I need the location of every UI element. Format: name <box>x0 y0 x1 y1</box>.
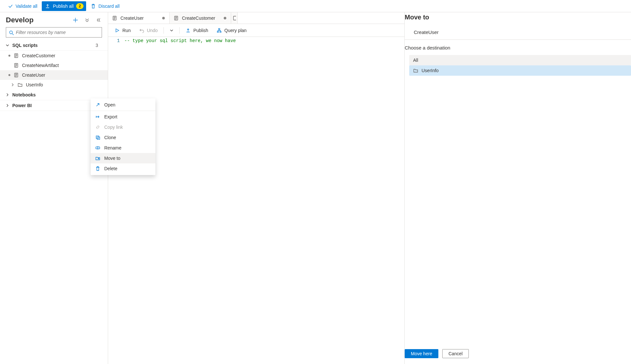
caret-right-icon <box>6 93 9 96</box>
double-chevron-down-icon <box>85 17 90 23</box>
unsaved-indicator-icon <box>224 17 226 19</box>
svg-rect-12 <box>220 31 221 32</box>
publish-button[interactable]: Publish <box>182 27 211 34</box>
collapse-pane-button[interactable] <box>94 16 102 24</box>
move-to-current-item: CreateUser <box>405 27 631 40</box>
run-label: Run <box>122 28 131 33</box>
filter-resources-input[interactable] <box>6 28 102 37</box>
publish-all-button[interactable]: Publish all 2 <box>42 1 86 11</box>
destination-all[interactable]: All <box>409 55 631 65</box>
discard-all-label: Discard all <box>98 4 119 9</box>
editor-pane: CreateUser CreateCustomer Run <box>108 12 404 364</box>
folder-icon <box>17 82 23 87</box>
tab-overflow[interactable] <box>231 12 238 24</box>
check-icon <box>8 4 13 9</box>
caret-right-icon <box>11 83 14 86</box>
add-resource-button[interactable] <box>71 16 80 25</box>
undo-dropdown[interactable] <box>166 27 177 34</box>
cancel-button[interactable]: Cancel <box>442 349 469 358</box>
tree-item-label: CreateCustomer <box>22 53 55 58</box>
toolbar-separator <box>163 27 164 34</box>
svg-rect-4 <box>96 136 99 138</box>
ctx-export[interactable]: Export <box>91 112 155 122</box>
move-to-title: Move to <box>405 12 631 27</box>
move-here-button[interactable]: Move here <box>405 349 438 358</box>
gutter: 1 <box>108 37 124 364</box>
unsaved-indicator-icon <box>162 17 165 19</box>
undo-label: Undo <box>147 28 158 33</box>
discard-all-button[interactable]: Discard all <box>87 1 123 11</box>
undo-button[interactable]: Undo <box>136 27 161 34</box>
tab-createuser[interactable]: CreateUser <box>108 12 170 24</box>
expand-all-button[interactable] <box>83 16 91 24</box>
publish-all-label: Publish all <box>53 4 73 9</box>
caret-right-icon <box>6 104 9 107</box>
tree-item-createcustomer[interactable]: CreateCustomer <box>0 51 108 61</box>
destination-list: All UserInfo <box>405 55 631 76</box>
undo-icon <box>139 28 144 33</box>
context-menu-separator <box>91 111 155 111</box>
rename-icon <box>95 145 100 150</box>
query-plan-button[interactable]: Query plan <box>213 27 250 34</box>
ctx-rename[interactable]: Rename <box>91 143 155 153</box>
open-icon <box>95 102 100 107</box>
ctx-clone[interactable]: Clone <box>91 132 155 143</box>
sql-script-icon <box>174 16 179 21</box>
choose-destination-label: Choose a destination <box>405 40 631 55</box>
ctx-copy-link-label: Copy link <box>104 125 123 130</box>
move-here-label: Move here <box>411 351 432 356</box>
unsaved-indicator-icon <box>8 55 10 57</box>
tree-item-createnewartifact[interactable]: CreateNewArtifact <box>0 61 108 70</box>
ctx-rename-label: Rename <box>104 145 121 150</box>
trash-icon <box>91 4 96 9</box>
tree-item-label: CreateNewArtifact <box>22 63 59 68</box>
plus-icon <box>72 17 79 23</box>
tree-item-label: CreateUser <box>22 72 45 78</box>
destination-all-label: All <box>413 58 418 63</box>
tab-label: CreateUser <box>120 16 144 21</box>
unsaved-indicator-icon <box>8 74 10 76</box>
tree-item-createuser[interactable]: CreateUser <box>0 70 108 80</box>
toolbar-separator <box>179 27 180 34</box>
tree-item-label: UserInfo <box>26 82 43 87</box>
svg-rect-9 <box>233 16 236 20</box>
tree-folder-userinfo[interactable]: UserInfo <box>0 80 108 90</box>
delete-icon <box>95 166 100 171</box>
publish-count-badge: 2 <box>76 3 84 9</box>
link-icon <box>95 125 100 130</box>
destination-userinfo-label: UserInfo <box>422 68 439 73</box>
svg-rect-5 <box>97 137 100 139</box>
tab-strip: CreateUser CreateCustomer <box>108 12 404 24</box>
tab-createcustomer[interactable]: CreateCustomer <box>170 12 231 24</box>
query-plan-label: Query plan <box>224 28 246 33</box>
sql-script-icon <box>14 72 19 78</box>
upload-icon <box>45 4 50 9</box>
ctx-open[interactable]: Open <box>91 100 155 110</box>
run-button[interactable]: Run <box>111 27 134 34</box>
command-bar: Validate all Publish all 2 Discard all <box>0 0 631 12</box>
search-input-container <box>6 27 102 38</box>
ctx-delete[interactable]: Delete <box>91 163 155 174</box>
upload-icon <box>186 28 191 33</box>
code-editor[interactable]: 1 -- type your sql script here, we now h… <box>108 37 404 364</box>
powerbi-label: Power BI <box>12 103 32 108</box>
ctx-move-to[interactable]: Move to <box>91 153 155 163</box>
notebooks-label: Notebooks <box>12 92 36 97</box>
sql-script-icon <box>14 53 19 58</box>
move-to-icon <box>95 156 100 161</box>
validate-all-button[interactable]: Validate all <box>5 1 40 11</box>
cancel-label: Cancel <box>448 351 463 356</box>
move-to-panel: Move to CreateUser Choose a destination … <box>404 12 631 364</box>
validate-all-label: Validate all <box>16 4 37 9</box>
svg-point-0 <box>10 31 13 34</box>
sql-script-icon <box>232 16 236 21</box>
search-icon <box>9 30 14 35</box>
chevron-down-icon <box>170 28 174 32</box>
sql-scripts-group[interactable]: SQL scripts 3 <box>0 40 108 51</box>
destination-userinfo[interactable]: UserInfo <box>409 65 631 76</box>
sql-script-icon <box>14 63 19 68</box>
export-icon <box>95 114 100 119</box>
ctx-delete-label: Delete <box>104 166 117 171</box>
develop-title: Develop <box>6 16 34 24</box>
ctx-export-label: Export <box>104 114 117 119</box>
